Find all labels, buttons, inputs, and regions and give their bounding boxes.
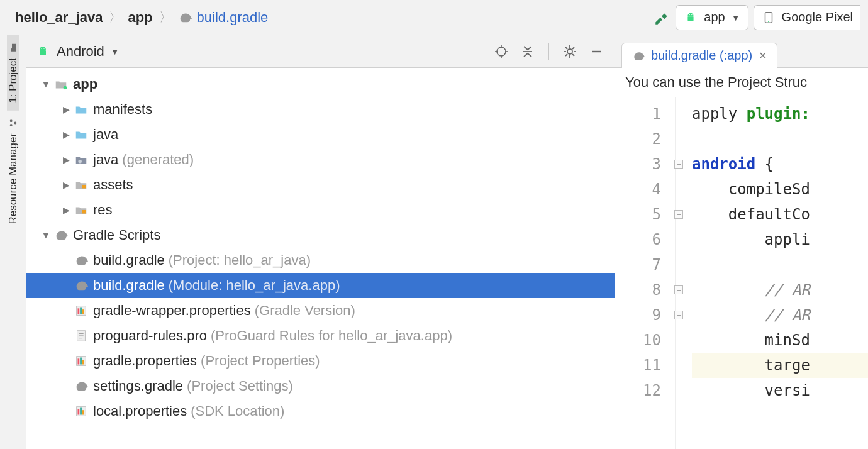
device-dropdown[interactable]: Google Pixel [754, 5, 860, 30]
tree-row[interactable]: ▶java(generated) [26, 147, 615, 172]
tree-item-suffix: (Project Properties) [201, 353, 320, 369]
tree-item-name: gradle.properties [93, 353, 197, 369]
line-number: 8 [615, 277, 661, 302]
code-line[interactable]: apply plugin: [692, 101, 868, 126]
settings-button[interactable] [560, 42, 579, 61]
build-button[interactable] [653, 9, 670, 26]
run-config-label: app [704, 10, 725, 25]
tree-row[interactable]: settings.gradle(Project Settings) [26, 374, 615, 399]
tree-item-name: app [73, 76, 97, 92]
code-content[interactable]: apply plugin: android { compileSd defaul… [686, 97, 868, 449]
props-color-icon [74, 404, 88, 418]
line-number: 9 [615, 302, 661, 328]
fold-marker[interactable]: – [674, 311, 683, 319]
tree-row[interactable]: build.gradle(Project: hello_ar_java) [26, 248, 615, 273]
breadcrumb-item[interactable]: hello_ar_java [15, 9, 103, 26]
disclosure-icon[interactable]: ▶ [59, 205, 73, 215]
tree-row[interactable]: ▼app [26, 72, 615, 97]
tree-row[interactable]: ▶res [26, 197, 615, 223]
tree-row[interactable]: gradle-wrapper.properties(Gradle Version… [26, 298, 615, 323]
disclosure-icon[interactable]: ▶ [59, 155, 73, 165]
tree-item-suffix: (ProGuard Rules for hello_ar_java.app) [211, 328, 452, 344]
gradle-elephant-icon [74, 253, 88, 267]
folder-blue-icon [74, 103, 88, 116]
tree-row[interactable]: ▶java [26, 122, 615, 147]
tree-item-name: settings.gradle [93, 378, 183, 394]
line-number: 4 [615, 177, 661, 202]
code-line[interactable]: appli [692, 227, 868, 252]
disclosure-icon[interactable]: ▼ [39, 79, 53, 89]
disclosure-icon[interactable]: ▼ [39, 230, 53, 240]
code-line[interactable]: android { [692, 152, 868, 177]
tree-item-suffix: (Module: hello_ar_java.app) [169, 277, 340, 294]
disclosure-icon[interactable]: ▶ [59, 104, 73, 114]
android-icon [35, 44, 50, 59]
code-line[interactable]: versi [692, 378, 868, 403]
code-line[interactable]: minSd [692, 328, 868, 353]
fold-marker[interactable]: – [674, 160, 683, 169]
props-color-icon [74, 304, 88, 318]
code-line[interactable] [692, 126, 868, 152]
close-icon[interactable]: ✕ [759, 50, 767, 62]
locate-button[interactable] [492, 42, 511, 61]
fold-column[interactable]: –––– [676, 97, 686, 449]
tree-row[interactable]: ▼Gradle Scripts [26, 223, 615, 248]
line-number: 10 [615, 328, 661, 353]
text-file-icon [74, 329, 88, 343]
editor-notification-banner[interactable]: You can use the Project Struc [615, 68, 868, 97]
tool-window-tab[interactable]: 1: Project [7, 35, 19, 111]
project-view-dropdown[interactable]: Android ▼ [35, 43, 120, 60]
chevron-down-icon: ▼ [111, 47, 120, 57]
code-editor[interactable]: 123456789101112 –––– apply plugin: andro… [615, 97, 868, 449]
line-number: 2 [615, 126, 661, 152]
code-line[interactable]: // AR [692, 302, 868, 328]
breadcrumb-label: build.gradle [197, 9, 269, 26]
tree-item-name: assets [93, 177, 133, 193]
code-line[interactable]: defaultCo [692, 202, 868, 227]
line-number: 3 [615, 152, 661, 177]
tree-row[interactable]: ▶manifests [26, 97, 615, 122]
tree-item-suffix: (generated) [122, 152, 194, 168]
tree-item-name: gradle-wrapper.properties [93, 302, 251, 319]
tree-item-suffix: (Gradle Version) [255, 302, 355, 319]
breadcrumb-separator: 〉 [159, 9, 172, 26]
line-number: 6 [615, 227, 661, 252]
code-line[interactable]: // AR [692, 277, 868, 302]
run-config-dropdown[interactable]: app ▼ [676, 5, 748, 30]
gradle-elephant-icon [74, 279, 88, 292]
tool-window-tab[interactable]: Resource Manager [7, 111, 19, 232]
editor-tab[interactable]: build.gradle (:app) ✕ [621, 43, 777, 68]
disclosure-icon[interactable]: ▶ [59, 130, 73, 140]
fold-marker[interactable]: – [674, 210, 683, 219]
project-tree[interactable]: ▼app▶manifests▶java▶java(generated)▶asse… [26, 68, 615, 449]
collapse-all-button[interactable] [518, 42, 537, 61]
tree-row[interactable]: gradle.properties(Project Properties) [26, 348, 615, 374]
breadcrumb-separator: 〉 [109, 9, 121, 26]
breadcrumb-item[interactable]: build.gradle [178, 9, 269, 26]
breadcrumb-item[interactable]: app [128, 9, 152, 26]
disclosure-icon[interactable]: ▶ [59, 180, 73, 190]
resource-manager-icon [8, 118, 18, 128]
code-line[interactable] [692, 252, 868, 277]
tree-row[interactable]: local.properties(SDK Location) [26, 399, 615, 424]
tree-row[interactable]: build.gradle(Module: hello_ar_java.app) [26, 273, 615, 298]
minimize-button[interactable] [587, 42, 606, 61]
tree-item-name: build.gradle [93, 277, 165, 294]
line-number-gutter: 123456789101112 [615, 97, 676, 449]
line-number: 7 [615, 252, 661, 277]
phone-icon [762, 11, 776, 25]
fold-marker[interactable]: – [674, 285, 683, 294]
code-line[interactable]: compileSd [692, 177, 868, 202]
tree-row[interactable]: ▶assets [26, 172, 615, 197]
android-icon [684, 11, 698, 25]
folder-gen-icon [74, 153, 88, 167]
divider [548, 43, 549, 60]
top-toolbar: hello_ar_java〉app〉build.gradle app ▼ Goo… [0, 0, 868, 35]
tree-item-name: manifests [93, 101, 152, 118]
editor-tab-strip: build.gradle (:app) ✕ [615, 35, 868, 68]
tree-item-name: java [93, 126, 118, 143]
code-line[interactable]: targe [692, 353, 868, 378]
folder-res-icon [74, 178, 88, 192]
tree-item-suffix: (SDK Location) [191, 403, 284, 419]
tree-row[interactable]: proguard-rules.pro(ProGuard Rules for he… [26, 323, 615, 348]
